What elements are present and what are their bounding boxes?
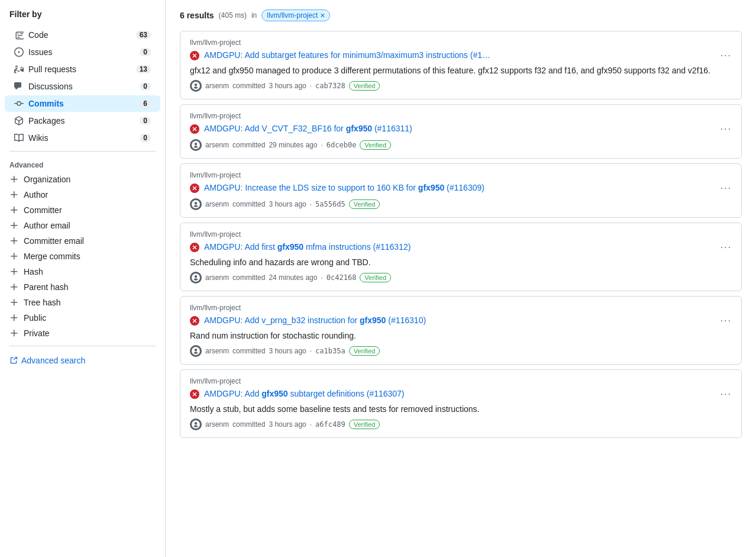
commit-options-button[interactable]: ···	[721, 389, 732, 400]
sidebar-badge-pullrequests: 13	[136, 65, 151, 73]
advanced-label-public: Public	[24, 313, 46, 323]
sidebar-item-discussions[interactable]: Discussions 0	[5, 78, 160, 95]
sidebar-item-commits[interactable]: Commits 6	[5, 95, 160, 112]
package-icon	[14, 116, 24, 125]
commit-title-link[interactable]: AMDGPU: Add first gfx950 mfma instructio…	[204, 242, 716, 252]
commit-title-link[interactable]: AMDGPU: Add v_prng_b32 instruction for g…	[204, 315, 716, 325]
advanced-item-organization[interactable]: Organization	[0, 172, 165, 187]
commit-title-row: AMDGPU: Add V_CVT_F32_BF16 for gfx950 (#…	[190, 124, 732, 134]
results-header: 6 results (405 ms) in llvm/llvm-project …	[180, 9, 742, 21]
commit-title-link[interactable]: AMDGPU: Add V_CVT_F32_BF16 for gfx950 (#…	[204, 124, 716, 133]
commit-author-name: arsenm	[205, 200, 229, 208]
commit-hash[interactable]: 5a556d5	[315, 200, 345, 208]
sidebar-badge-issues: 0	[140, 48, 151, 56]
advanced-section-title: Advanced	[0, 156, 165, 172]
wiki-icon	[14, 133, 24, 143]
commit-options-button[interactable]: ···	[721, 124, 732, 134]
commit-hash[interactable]: 6dceb0e	[327, 141, 357, 149]
commit-committed-text: committed	[232, 200, 265, 208]
commit-card: llvm/llvm-project AMDGPU: Add first gfx9…	[180, 223, 742, 291]
commit-author-avatar	[190, 345, 202, 357]
advanced-item-author[interactable]: Author	[0, 187, 165, 202]
advanced-item-committer[interactable]: Committer	[0, 202, 165, 218]
commit-hash[interactable]: 0c42168	[327, 273, 357, 282]
advanced-item-author_email[interactable]: Author email	[0, 218, 165, 233]
commit-title-link[interactable]: AMDGPU: Add subtarget features for minim…	[204, 50, 716, 60]
commit-meta: arsenm committed 3 hours ago · 5a556d5 V…	[190, 198, 732, 210]
commit-description: Rand num instruction for stochastic roun…	[190, 331, 732, 340]
filter-tag[interactable]: llvm/llvm-project ×	[261, 9, 330, 21]
advanced-label-merge_commits: Merge commits	[24, 252, 80, 261]
sidebar-nav: Code 63 Issues 0 Pull requests 13 Discus…	[0, 27, 165, 146]
commit-verified-badge: Verified	[349, 199, 380, 209]
commit-title-link[interactable]: AMDGPU: Increase the LDS size to support…	[204, 183, 716, 192]
sidebar-item-wikis[interactable]: Wikis 0	[5, 130, 160, 146]
plus-icon-merge_commits	[9, 252, 19, 261]
commit-hash[interactable]: cab7328	[315, 82, 345, 90]
commit-meta: arsenm committed 24 minutes ago · 0c4216…	[190, 272, 732, 284]
commit-author-name: arsenm	[205, 141, 229, 149]
commit-fail-icon	[190, 124, 199, 134]
commit-author-name: arsenm	[205, 273, 229, 282]
plus-icon-committer_email	[9, 236, 19, 246]
commit-title-row: AMDGPU: Add v_prng_b32 instruction for g…	[190, 315, 732, 326]
discussion-icon	[14, 82, 24, 91]
sidebar-item-pullrequests[interactable]: Pull requests 13	[5, 61, 160, 78]
plus-icon-author	[9, 190, 19, 199]
commit-title-row: AMDGPU: Add gfx950 subtarget definitions…	[190, 389, 732, 400]
commit-options-button[interactable]: ···	[721, 50, 732, 61]
commit-time: 29 minutes ago	[269, 141, 317, 149]
results-filter-text: in	[251, 11, 257, 20]
plus-icon-committer	[9, 205, 19, 215]
advanced-item-private[interactable]: Private	[0, 326, 165, 341]
sidebar-item-code[interactable]: Code 63	[5, 27, 160, 43]
commit-author-avatar	[190, 272, 202, 284]
issue-icon	[14, 47, 24, 57]
commit-options-button[interactable]: ···	[721, 242, 732, 253]
sidebar-item-packages[interactable]: Packages 0	[5, 112, 160, 129]
sidebar-item-issues[interactable]: Issues 0	[5, 44, 160, 60]
plus-icon-parent_hash	[9, 282, 19, 292]
commit-dot-sep: ·	[310, 347, 312, 355]
sidebar-divider	[9, 151, 156, 152]
commit-meta: arsenm committed 3 hours ago · a6fc489 V…	[190, 418, 732, 430]
commit-icon	[14, 99, 24, 108]
commit-verified-badge: Verified	[360, 273, 391, 282]
sidebar-item-label-commits: Commits	[28, 99, 64, 108]
commit-fail-icon	[190, 51, 199, 60]
commit-meta: arsenm committed 3 hours ago · ca1b35a V…	[190, 345, 732, 357]
advanced-item-hash[interactable]: Hash	[0, 264, 165, 279]
sidebar-item-label-issues: Issues	[28, 47, 52, 57]
commit-author-avatar	[190, 198, 202, 210]
advanced-search-link[interactable]: Advanced search	[0, 351, 165, 370]
plus-icon-private	[9, 329, 19, 338]
commit-dot-sep: ·	[321, 141, 322, 149]
commit-description: Mostly a stub, but adds some baseline te…	[190, 404, 732, 414]
commit-title-link[interactable]: AMDGPU: Add gfx950 subtarget definitions…	[204, 389, 716, 398]
commit-hash[interactable]: ca1b35a	[315, 347, 345, 355]
advanced-item-parent_hash[interactable]: Parent hash	[0, 279, 165, 295]
sidebar-item-label-packages: Packages	[28, 116, 64, 125]
commit-fail-icon	[190, 389, 199, 399]
commit-card: llvm/llvm-project AMDGPU: Add v_prng_b32…	[180, 296, 742, 365]
commit-repo: llvm/llvm-project	[190, 304, 732, 312]
plus-icon-organization	[9, 175, 19, 184]
commit-author-name: arsenm	[205, 82, 229, 90]
commit-meta: arsenm committed 3 hours ago · cab7328 V…	[190, 80, 732, 92]
commit-time: 24 minutes ago	[269, 273, 317, 282]
advanced-item-merge_commits[interactable]: Merge commits	[0, 249, 165, 264]
pr-icon	[14, 65, 24, 74]
advanced-item-tree_hash[interactable]: Tree hash	[0, 295, 165, 310]
commit-verified-badge: Verified	[349, 420, 380, 429]
commit-hash[interactable]: a6fc489	[315, 420, 345, 429]
commit-fail-icon	[190, 316, 199, 326]
commit-time: 3 hours ago	[269, 82, 306, 90]
filter-tag-close[interactable]: ×	[320, 11, 325, 20]
commit-description: Scheduling info and hazards are wrong an…	[190, 257, 732, 267]
plus-icon-author_email	[9, 221, 19, 230]
advanced-item-committer_email[interactable]: Committer email	[0, 233, 165, 249]
advanced-divider	[9, 346, 156, 346]
advanced-item-public[interactable]: Public	[0, 310, 165, 326]
commit-options-button[interactable]: ···	[721, 315, 732, 326]
commit-options-button[interactable]: ···	[721, 183, 732, 194]
